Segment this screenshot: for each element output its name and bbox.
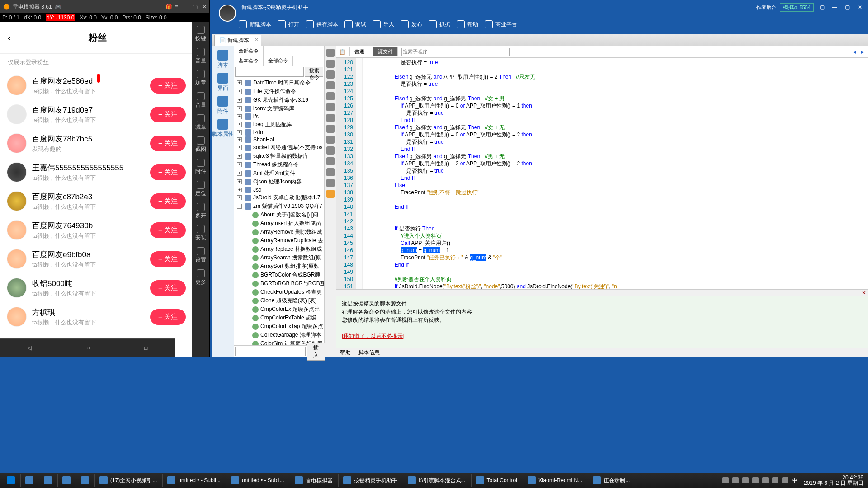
- expand-icon[interactable]: +: [237, 89, 242, 94]
- tree-node[interactable]: +Thread 多线程命令: [235, 160, 323, 169]
- emu-side-button[interactable]: 更多: [195, 269, 206, 286]
- tree-node[interactable]: ArrayInsert 插入数组成员: [235, 219, 323, 228]
- ide-close-icon[interactable]: ✕: [855, 4, 864, 11]
- taskbar-button[interactable]: Total Control: [471, 474, 522, 487]
- follow-button[interactable]: + 关注: [150, 136, 186, 151]
- tray-icon[interactable]: [722, 477, 729, 483]
- tree-node[interactable]: +ifs: [235, 113, 323, 120]
- tool-icon[interactable]: [326, 49, 335, 57]
- tool-icon[interactable]: [326, 103, 335, 111]
- system-tray[interactable]: 中 20:42:36 2019 年 6 月 2 日 星期日: [722, 475, 866, 486]
- expand-icon[interactable]: +: [237, 179, 242, 184]
- tray-icon[interactable]: [762, 477, 769, 483]
- ide-min-icon[interactable]: ▢: [817, 4, 826, 11]
- tree-node[interactable]: CheckForUpdates 检查更: [235, 288, 323, 296]
- minimize-icon[interactable]: —: [183, 4, 188, 10]
- expand-icon[interactable]: +: [237, 122, 242, 127]
- tree-node[interactable]: +File 文件操作命令: [235, 87, 323, 96]
- tree-node[interactable]: +Xml 处理Xml文件: [235, 169, 323, 178]
- follow-button[interactable]: + 关注: [150, 164, 186, 180]
- emu-side-button[interactable]: 截图: [195, 136, 206, 153]
- code-area[interactable]: 是否执行 = true ElseIf g_选择无 and APP_取用户性别()…: [363, 58, 868, 289]
- tray-icon[interactable]: [782, 477, 788, 483]
- follower-item[interactable]: 收铝5000吨 ta很懒，什么也没有留下 + 关注: [0, 273, 192, 302]
- tree-node[interactable]: CmpColorExTable 超级: [235, 314, 323, 322]
- avatar[interactable]: [7, 191, 27, 211]
- expand-icon[interactable]: +: [237, 80, 242, 85]
- ide-min2-icon[interactable]: —: [830, 4, 839, 11]
- tray-icon[interactable]: [732, 477, 739, 483]
- menu-icon[interactable]: ≡: [175, 4, 178, 10]
- emu-side-button[interactable]: 安装: [195, 225, 206, 242]
- tray-icon[interactable]: [772, 477, 778, 483]
- toolbar-button[interactable]: 新建脚本: [239, 20, 271, 28]
- taskbar-button[interactable]: [57, 474, 75, 487]
- cmd-tab-all[interactable]: 全部命令: [234, 46, 264, 56]
- avatar[interactable]: [7, 220, 27, 240]
- cmd-tab-all2[interactable]: 全部命令: [264, 56, 293, 66]
- toolbar-button[interactable]: 打开: [278, 20, 299, 28]
- go-icon[interactable]: [326, 190, 335, 198]
- taskbar-button[interactable]: [76, 474, 94, 487]
- taskbar-button[interactable]: 雷电模拟器: [290, 474, 337, 487]
- taskbar-button[interactable]: untitled • - Subli...: [162, 474, 225, 487]
- follower-item[interactable]: 百度网友c87b2e3 ta很懒，什么也没有留下 + 关注: [0, 187, 192, 216]
- emulator-screen[interactable]: ‹ 粉丝 仅展示登录粉丝 百度网友2e586ed ta很懒，什么也没有留下 + …: [0, 22, 192, 357]
- emu-side-button[interactable]: 减章: [195, 114, 206, 131]
- avatar[interactable]: [7, 278, 27, 298]
- view-normal-tab[interactable]: 普通: [349, 47, 369, 56]
- expand-icon[interactable]: +: [237, 154, 242, 159]
- tray-icon[interactable]: [752, 477, 759, 483]
- avatar[interactable]: [7, 162, 27, 182]
- command-search-input[interactable]: [235, 67, 304, 77]
- gift-icon[interactable]: 🎁: [165, 4, 172, 10]
- taskbar-button[interactable]: [39, 474, 57, 487]
- follow-button[interactable]: + 关注: [150, 78, 186, 94]
- command-tree[interactable]: +DateTime 时间日期命令+File 文件操作命令+GK 果壳插件命令v3…: [234, 78, 324, 345]
- cmd-tab-basic[interactable]: 基本命令: [234, 56, 264, 66]
- follow-button[interactable]: + 关注: [150, 280, 186, 296]
- close-icon[interactable]: ✕: [202, 4, 207, 10]
- tree-node[interactable]: Clone 超级克隆(表) [表]: [235, 296, 323, 305]
- follower-item[interactable]: 王嘉伟5555555555555555 ta很懒，什么也没有留下 + 关注: [0, 158, 192, 187]
- tab-close-icon[interactable]: ×: [255, 37, 258, 43]
- tree-node[interactable]: About 关于([函数名]) [问: [235, 211, 323, 219]
- maximize-icon[interactable]: ▢: [193, 4, 198, 10]
- author-link[interactable]: 作者后台: [756, 4, 776, 11]
- tree-node[interactable]: +DateTime 时间日期命令: [235, 79, 323, 87]
- command-search-button[interactable]: 搜索命令: [305, 67, 323, 77]
- avatar[interactable]: [7, 307, 27, 327]
- tree-node[interactable]: +Cjson 处理Json内容: [235, 178, 323, 186]
- tree-node[interactable]: BGRToRGB BGR与RGB互: [235, 279, 323, 288]
- follow-button[interactable]: + 关注: [150, 222, 186, 238]
- emu-side-button[interactable]: 多开: [195, 203, 206, 220]
- emu-side-button[interactable]: 附件: [195, 159, 206, 175]
- start-button[interactable]: [2, 474, 19, 487]
- left-rail-button[interactable]: 附件: [217, 96, 228, 115]
- nav-next-icon[interactable]: ►: [860, 49, 865, 55]
- follow-button[interactable]: + 关注: [150, 107, 186, 122]
- follower-item[interactable]: 百度网友78b7bc5 发现有趣的 + 关注: [0, 129, 192, 158]
- script-tab[interactable]: 📄 新建脚本 ×: [214, 35, 261, 46]
- expand-icon[interactable]: +: [237, 137, 242, 142]
- tool-icon[interactable]: [326, 136, 335, 144]
- nav-recent-icon[interactable]: □: [144, 345, 147, 351]
- expand-icon[interactable]: +: [237, 162, 242, 167]
- insert-input[interactable]: [235, 347, 306, 356]
- emu-side-button[interactable]: 音量: [195, 92, 206, 109]
- left-rail-button[interactable]: 脚本: [217, 50, 228, 69]
- tree-node[interactable]: +ShanHai: [235, 136, 323, 143]
- taskbar-clock[interactable]: 20:42:36 2019 年 6 月 2 日 星期日: [801, 475, 866, 486]
- avatar[interactable]: [7, 75, 27, 95]
- view-source-tab[interactable]: 源文件: [373, 47, 398, 56]
- tree-node[interactable]: +socket 网络通信库(不支持ios: [235, 143, 323, 152]
- taskbar-button[interactable]: I:\引流脚本混合式...: [403, 474, 470, 487]
- tool-icon[interactable]: [326, 92, 335, 100]
- taskbar-button[interactable]: 正在录制...: [588, 474, 634, 487]
- tree-node[interactable]: ArrayRemoveDuplicate 去: [235, 236, 323, 245]
- expand-icon[interactable]: +: [237, 130, 242, 135]
- follower-item[interactable]: 方梹琪 ta很懒，什么也没有留下 + 关注: [0, 302, 192, 331]
- expand-icon[interactable]: +: [237, 145, 242, 150]
- tree-node[interactable]: −zm 紫猫插件V3.1903 QQ群7: [235, 202, 323, 211]
- tree-node[interactable]: +JsDroid 安卓自动化(版本1.7.: [235, 193, 323, 202]
